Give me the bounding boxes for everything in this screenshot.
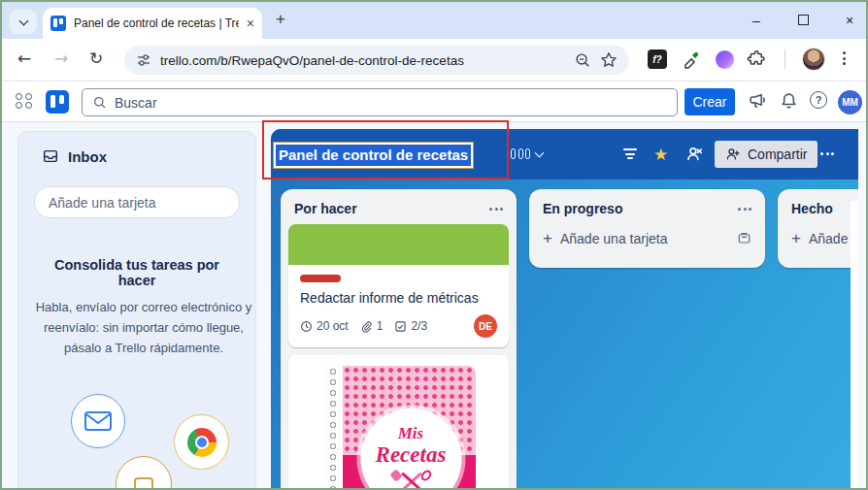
share-label: Compartir	[748, 147, 807, 162]
crossed-utensils-icon	[389, 470, 432, 488]
member-avatar[interactable]: DE	[474, 314, 497, 338]
card-redactar[interactable]: Redactar informe de métricas 20 oct	[288, 224, 509, 347]
plus-icon: +	[791, 230, 801, 246]
plus-icon: +	[543, 230, 552, 246]
inbox-panel: Inbox Añade una tarjeta Consolida tus ta…	[17, 131, 256, 490]
back-button[interactable]: ←	[17, 49, 31, 68]
reload-button[interactable]: ↻	[89, 49, 103, 68]
notebook-title-line1: Mis	[360, 424, 461, 443]
extension-purple-icon[interactable]	[716, 50, 734, 69]
help-icon[interactable]: ?	[810, 91, 827, 109]
phone-circle	[116, 456, 172, 490]
inbox-promo-title: Consolida tus tareas por hacer	[34, 257, 240, 288]
maximize-button[interactable]	[794, 13, 812, 28]
chrome-icon	[187, 428, 217, 457]
create-button[interactable]: Crear	[684, 88, 735, 115]
phone-icon	[134, 477, 153, 490]
paperclip-icon	[360, 320, 373, 333]
user-avatar[interactable]: MM	[838, 90, 862, 114]
toolbar-divider	[785, 49, 785, 69]
share-button[interactable]: Compartir	[715, 141, 818, 168]
notifications-bell-icon[interactable]	[779, 91, 799, 112]
address-bar[interactable]: trello.com/b/RwepaQvO/panel-de-control-d…	[124, 46, 629, 75]
attachments-count: 1	[377, 319, 384, 333]
browser-toolbar: ← → ↻ trello.com/b/RwepaQvO/panel-de-con…	[2, 39, 866, 82]
eyedropper-icon[interactable]	[682, 49, 701, 69]
board-title-selected-text: Panel de control de recetas	[276, 145, 471, 166]
list-menu-icon[interactable]	[738, 208, 751, 211]
tab-close-icon[interactable]: ×	[247, 16, 254, 30]
list-name: Hecho	[791, 201, 858, 216]
envelope-icon	[83, 409, 113, 433]
chevron-down-icon	[18, 16, 28, 25]
search-placeholder: Buscar	[115, 95, 157, 111]
list-menu-icon[interactable]	[489, 208, 503, 211]
checklist-count: 2/3	[411, 319, 427, 333]
browser-menu-icon[interactable]	[843, 51, 846, 65]
board-header: Panel de control de recetas ★	[271, 129, 858, 180]
search-icon	[92, 95, 107, 110]
checklist-icon	[394, 320, 407, 333]
megaphone-icon[interactable]	[748, 91, 768, 112]
add-card-placeholder: Añade una tarjeta	[49, 195, 156, 211]
url-text[interactable]: trello.com/b/RwepaQvO/panel-de-control-d…	[160, 53, 565, 68]
card-label-red	[300, 275, 341, 282]
window-close-button[interactable]: ×	[841, 13, 858, 28]
browser-tab[interactable]: Panel de control de recetas | Tre ×	[43, 8, 262, 39]
card-template-icon[interactable]	[737, 231, 751, 245]
window-scroll-gutter	[851, 201, 858, 488]
list-en-progreso: En progreso + Añade una tarjeta	[529, 189, 765, 268]
due-date-badge: 20 oct	[300, 319, 349, 333]
list-header: En progreso	[537, 197, 757, 224]
board-menu-icon[interactable]	[820, 152, 834, 155]
maximize-icon	[798, 15, 809, 25]
tab-strip: Panel de control de recetas | Tre × + – …	[2, 2, 866, 39]
zoom-icon[interactable]	[574, 51, 591, 69]
window-controls: – ×	[748, 2, 858, 39]
add-card-button[interactable]: + Añade una tarjeta	[537, 224, 757, 248]
inbox-header: Inbox	[34, 147, 240, 165]
browser-profile-avatar[interactable]	[802, 48, 825, 71]
tab-title: Panel de control de recetas | Tre	[74, 16, 239, 30]
clock-icon	[300, 320, 313, 333]
board-star-icon[interactable]: ★	[653, 145, 668, 164]
list-header: Por hacer	[288, 197, 509, 224]
views-chevron-down-icon[interactable]	[535, 148, 545, 158]
list-name: Por hacer	[294, 201, 489, 216]
person-plus-icon	[725, 147, 741, 162]
board-canvas: Panel de control de recetas ★	[271, 129, 858, 488]
trello-app-header: Buscar Crear ? MM	[2, 82, 866, 122]
due-date-text: 20 oct	[317, 319, 349, 333]
card-badges: 20 oct 1	[300, 314, 497, 338]
visibility-people-icon[interactable]	[684, 144, 705, 165]
extensions-puzzle-icon[interactable]	[745, 49, 765, 69]
app-switcher-icon[interactable]	[16, 93, 33, 109]
site-settings-icon[interactable]	[136, 52, 151, 68]
forward-button: →	[54, 49, 68, 68]
email-circle	[71, 394, 125, 448]
attachments-badge: 1	[360, 319, 384, 333]
browser-window: Panel de control de recetas | Tre × + – …	[0, 0, 868, 490]
filter-icon[interactable]	[623, 148, 637, 159]
search-input[interactable]: Buscar	[82, 88, 678, 116]
trello-favicon-icon	[50, 16, 66, 31]
board-title-input[interactable]: Panel de control de recetas	[273, 142, 474, 169]
minimize-button[interactable]: –	[748, 13, 765, 28]
inbox-promo-text: Habla, envíalo por correo electrónico y …	[34, 298, 253, 358]
inbox-title: Inbox	[68, 148, 107, 165]
tab-search-button[interactable]	[10, 10, 37, 34]
checklist-badge: 2/3	[394, 319, 427, 333]
trello-logo[interactable]	[46, 90, 69, 114]
list-por-hacer: Por hacer Redactar informe de métricas	[281, 189, 517, 488]
add-card-button[interactable]: + Añade una tarjeta	[785, 224, 858, 248]
extension-f-icon[interactable]: f?	[648, 49, 667, 69]
card-mis-recetas[interactable]: Mis Recetas	[288, 355, 509, 488]
card-cover-green	[288, 224, 509, 265]
inbox-icon	[42, 147, 59, 165]
new-tab-button[interactable]: +	[276, 10, 285, 29]
bookmark-star-icon[interactable]	[600, 51, 618, 69]
inbox-add-card-input[interactable]: Añade una tarjeta	[34, 186, 240, 218]
board-views-icon[interactable]	[511, 148, 530, 159]
notebook-title-line2: Recetas	[360, 443, 461, 466]
list-header: Hecho	[785, 197, 858, 224]
